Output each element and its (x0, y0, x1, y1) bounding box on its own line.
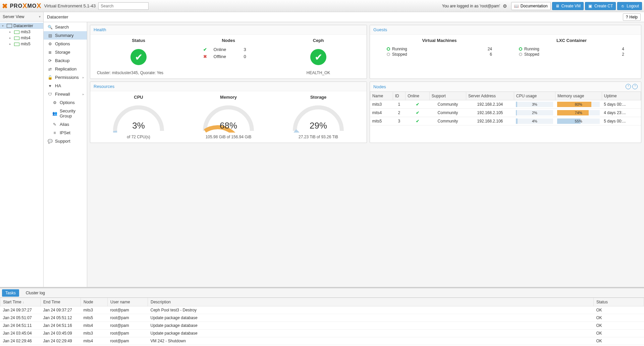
online-check-icon: ✔ (416, 119, 419, 123)
nodes-col-header[interactable]: Online (406, 92, 430, 100)
security group-icon: 👥 (52, 111, 57, 116)
search-icon: 🔍 (48, 25, 52, 30)
documentation-button[interactable]: 📖Documentation (511, 2, 551, 10)
menu-item-firewall[interactable]: 🛡 Firewall ▸ (44, 90, 87, 98)
nodes-panel: Nodes ˄ ˅ NameIDOnlineSupportServer Addr… (370, 82, 641, 143)
menu-item-alias[interactable]: ✎ Alias (44, 120, 87, 129)
menu-item-security group[interactable]: 👥 Security Group (44, 107, 87, 120)
nodes-table-row[interactable]: mits42 ✔ Community192.168.2.105 2% 74% 4… (370, 109, 641, 117)
menu-item-ha[interactable]: ♥ HA (44, 82, 87, 90)
menu-item-support[interactable]: 💬 Support (44, 137, 87, 145)
logout-icon: ⎋ (620, 4, 625, 8)
log-col-header[interactable]: Description (148, 298, 594, 306)
health-panel: Health Status ✔ Cluster: mitscluster345,… (90, 25, 367, 79)
gauge-storage: Storage 29% 27.23 TiB of 93.26 TiB (273, 95, 363, 139)
menu-item-backup[interactable]: ⟳ Backup (44, 56, 87, 65)
expand-icon[interactable]: ▸ (9, 36, 13, 40)
log-col-header[interactable]: Start Time ↓ (0, 298, 41, 306)
tree-view-selector[interactable]: Server View ▾ (0, 12, 43, 21)
nodes-col-header[interactable]: ID (393, 92, 406, 100)
menu-item-options[interactable]: ⚙ Options (44, 40, 87, 48)
nodes-col-header[interactable]: Memory usage (555, 92, 602, 100)
status-ok-icon: ✔ (130, 49, 147, 65)
online-check-icon: ✔ (416, 110, 419, 115)
nodes-col-header[interactable]: Support (429, 92, 466, 100)
backup-icon: ⟳ (48, 58, 52, 63)
sort-desc-icon: ↓ (22, 300, 24, 304)
help-button[interactable]: ?Help (623, 13, 641, 21)
search-input[interactable] (98, 2, 149, 10)
options-icon: ⚙ (52, 100, 57, 105)
tree-item-node[interactable]: ▸ mits4 (0, 35, 43, 41)
tree-item-node[interactable]: ▸ mits5 (0, 41, 43, 47)
ipset-icon: ≡ (52, 131, 57, 135)
summary-icon: ▤ (48, 33, 52, 38)
log-table-row[interactable]: Jan 24 04:51:11Jan 24 04:51:16mits4root@… (0, 322, 644, 330)
logo-x-icon: ✖ (2, 2, 8, 10)
resources-panel: Resources CPU 3% of 72 CPU(s) Memory 68%… (90, 82, 367, 143)
tab-tasks[interactable]: Tasks (2, 289, 19, 297)
gauge-memory: Memory 68% 105.98 GiB of 156.94 GiB (183, 95, 273, 139)
menu-item-ipset[interactable]: ≡ IPSet (44, 129, 87, 137)
tree-item-node[interactable]: ▸ mits3 (0, 29, 43, 35)
menu-item-options[interactable]: ⚙ Options (44, 98, 87, 107)
menu-item-replication[interactable]: ⇄ Replication (44, 65, 87, 73)
log-table-row[interactable]: Jan 24 05:51:07Jan 24 05:51:12mits5root@… (0, 314, 644, 322)
nodes-col-header[interactable]: Uptime (602, 92, 641, 100)
chevron-down-icon: ▾ (39, 15, 41, 18)
summary-dashboard: Health Status ✔ Cluster: mitscluster345,… (87, 22, 644, 287)
expand-icon[interactable]: ▸ (9, 42, 13, 46)
nodes-col-header[interactable]: Name (370, 92, 393, 100)
log-table-row[interactable]: Jan 24 09:37:27Jan 24 09:37:27mits3root@… (0, 306, 644, 314)
book-icon: 📖 (514, 4, 519, 8)
gear-icon[interactable]: ⚙ (503, 3, 507, 9)
log-table-row[interactable]: Jan 24 03:45:04Jan 24 03:45:09mits3root@… (0, 330, 644, 337)
log-col-header[interactable]: End Time (41, 298, 81, 306)
chevron-right-icon: ▸ (83, 92, 84, 96)
create-ct-button[interactable]: ▣Create CT (585, 2, 616, 10)
node-icon (14, 36, 19, 40)
menu-item-summary[interactable]: ▤ Summary (44, 31, 87, 40)
create-vm-button[interactable]: 🖥Create VM (552, 2, 584, 10)
permissions-icon: 🔓 (48, 75, 52, 80)
help-icon: ? (626, 15, 628, 19)
collapse-icon[interactable]: ▾ (2, 24, 5, 28)
running-dot-icon (519, 47, 522, 51)
menu-item-storage[interactable]: ≣ Storage (44, 48, 87, 56)
login-status: You are logged in as 'root@pam' (442, 4, 500, 8)
product-subtitle: Virtual Environment 5.1-43 (44, 3, 96, 8)
collapse-up-icon[interactable]: ˄ (626, 84, 631, 89)
task-log-panel: Tasks Cluster log Start Time ↓End TimeNo… (0, 287, 644, 346)
breadcrumb-bar: Datacenter ?Help (44, 12, 644, 22)
nodes-col-header[interactable]: CPU usage (514, 92, 555, 100)
stopped-dot-icon (519, 53, 522, 56)
nodes-table-row[interactable]: mits53 ✔ Community192.168.2.106 4% 55% 5… (370, 117, 641, 126)
log-col-header[interactable]: Status (594, 298, 644, 306)
resource-tree-panel: Server View ▾ ▾ Datacenter ▸ mits3 ▸ mit… (0, 12, 44, 287)
log-col-header[interactable]: Node (81, 298, 108, 306)
node-icon (14, 30, 19, 34)
ha-icon: ♥ (48, 84, 52, 88)
menu-item-permissions[interactable]: 🔓 Permissions ▸ (44, 73, 87, 82)
menu-item-search[interactable]: 🔍 Search (44, 23, 87, 31)
tasks-table: Start Time ↓End TimeNodeUser nameDescrip… (0, 298, 644, 345)
nodes-table: NameIDOnlineSupportServer AddressCPU usa… (370, 92, 641, 126)
nodes-col-header[interactable]: Server Address (466, 92, 514, 100)
log-col-header[interactable]: User name (108, 298, 148, 306)
log-table-row[interactable]: Jan 24 02:29:46Jan 24 02:29:49mits4root@… (0, 337, 644, 345)
tab-cluster-log[interactable]: Cluster log (22, 289, 48, 297)
gauge-cpu: CPU 3% of 72 CPU(s) (94, 95, 183, 139)
replication-icon: ⇄ (48, 67, 52, 71)
storage-icon: ≣ (48, 50, 52, 55)
alias-icon: ✎ (52, 122, 57, 127)
node-icon (14, 42, 19, 46)
page-title: Datacenter (47, 14, 68, 19)
support-icon: 💬 (48, 139, 52, 144)
firewall-icon: 🛡 (48, 92, 52, 97)
expand-icon[interactable]: ▸ (9, 30, 13, 34)
app-header: ✖ PROXMOX Virtual Environment 5.1-43 You… (0, 0, 644, 12)
expand-down-icon[interactable]: ˅ (632, 84, 638, 89)
tree-item-datacenter[interactable]: ▾ Datacenter (0, 23, 43, 29)
nodes-table-row[interactable]: mits31 ✔ Community192.168.2.104 3% 80% 5… (370, 100, 641, 109)
logout-button[interactable]: ⎋Logout (617, 2, 642, 10)
